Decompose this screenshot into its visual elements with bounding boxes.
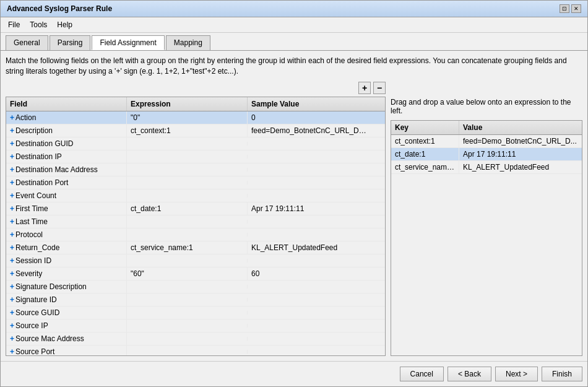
table-row[interactable]: +Action"0"0 [6, 111, 385, 124]
value-cell: KL_ALERT_UpdatedFeed [459, 161, 582, 173]
field-cell: +Last Time [6, 215, 127, 228]
next-button[interactable]: Next > [495, 367, 538, 381]
plus-icon[interactable]: + [10, 230, 14, 239]
field-cell: +First Time [6, 202, 127, 215]
plus-icon[interactable]: + [10, 126, 14, 135]
expression-cell[interactable] [127, 220, 248, 224]
tab-general[interactable]: General [6, 35, 48, 50]
table-row[interactable]: +Signature Description [6, 280, 385, 294]
plus-icon[interactable]: + [10, 295, 14, 304]
tab-field-assignment[interactable]: Field Assignment [92, 35, 164, 50]
table-row[interactable]: +Destination GUID [6, 137, 385, 150]
menu-bar: File Tools Help [1, 17, 587, 33]
plus-icon[interactable]: + [10, 347, 14, 355]
expression-cell[interactable]: ct_context:1 [127, 124, 248, 137]
expression-cell[interactable] [127, 311, 248, 315]
tab-parsing[interactable]: Parsing [50, 35, 91, 50]
menu-help[interactable]: Help [52, 19, 77, 31]
table-row[interactable]: +Return_Codect_service_name:1KL_ALERT_Up… [6, 241, 385, 254]
plus-icon[interactable]: + [10, 217, 14, 226]
plus-icon[interactable]: + [10, 178, 14, 187]
table-row[interactable]: +Session ID [6, 254, 385, 267]
plus-icon[interactable]: + [10, 334, 14, 343]
table-row[interactable]: +Last Time [6, 215, 385, 228]
table-row[interactable]: +Severity"60"60 [6, 267, 385, 280]
table-row[interactable]: +Source Mac Address [6, 333, 385, 346]
right-table-header: Key Value [391, 121, 582, 135]
remove-button[interactable]: − [373, 82, 386, 94]
close-button[interactable]: ✕ [571, 4, 581, 13]
sample-cell [248, 142, 371, 146]
plus-icon[interactable]: + [10, 269, 14, 278]
sample-cell [248, 350, 371, 354]
expression-cell[interactable]: ct_date:1 [127, 202, 248, 215]
table-row[interactable]: +Source GUID [6, 307, 385, 320]
right-table-row[interactable]: ct_service_name:1KL_ALERT_UpdatedFeed [391, 161, 582, 174]
plus-icon[interactable]: + [10, 256, 14, 265]
expression-cell[interactable]: "60" [127, 267, 248, 280]
table-row[interactable]: +Protocol [6, 228, 385, 241]
back-button[interactable]: < Back [447, 367, 491, 381]
plus-icon[interactable]: + [10, 204, 14, 213]
sample-cell [248, 337, 371, 341]
plus-icon[interactable]: + [10, 191, 14, 200]
finish-button[interactable]: Finish [542, 367, 582, 381]
plus-icon[interactable]: + [10, 308, 14, 317]
expression-cell[interactable] [127, 142, 248, 146]
menu-tools[interactable]: Tools [25, 19, 52, 31]
add-button[interactable]: + [358, 82, 371, 94]
expression-cell[interactable] [127, 155, 248, 159]
plus-icon[interactable]: + [10, 165, 14, 174]
plus-icon[interactable]: + [10, 152, 14, 161]
plus-icon[interactable]: + [10, 243, 14, 252]
plus-icon[interactable]: + [10, 113, 14, 122]
title-bar-buttons: ⊡ ✕ [560, 4, 581, 13]
key-cell: ct_date:1 [391, 148, 459, 160]
value-cell: Apr 17 19:11:11 [459, 148, 582, 160]
header-field: Field [6, 97, 127, 111]
tab-mapping[interactable]: Mapping [166, 35, 210, 50]
right-table-row[interactable]: ct_date:1Apr 17 19:11:11 [391, 148, 582, 161]
main-area: + − Field Expression Sample Value +Actio… [6, 82, 582, 356]
field-cell: +Signature ID [6, 294, 127, 306]
table-row[interactable]: +Destination Mac Address [6, 163, 385, 176]
table-row[interactable]: +Source IP [6, 320, 385, 333]
expression-cell[interactable] [127, 233, 248, 237]
plus-icon[interactable]: + [10, 321, 14, 330]
main-window: Advanced Syslog Parser Rule ⊡ ✕ File Too… [0, 0, 588, 387]
table-row[interactable]: +Signature ID [6, 294, 385, 307]
table-row[interactable]: +First Timect_date:1Apr 17 19:11:11 [6, 202, 385, 215]
expression-cell[interactable] [127, 324, 248, 328]
expression-cell[interactable]: ct_service_name:1 [127, 241, 248, 254]
sample-cell [248, 155, 371, 159]
expression-cell[interactable] [127, 168, 248, 172]
table-row[interactable]: +Destination IP [6, 150, 385, 163]
sample-cell: 60 [248, 267, 371, 280]
expression-cell[interactable] [127, 259, 248, 263]
sample-cell [248, 220, 371, 224]
expression-cell[interactable] [127, 298, 248, 302]
right-description: Drag and drop a value below onto an expr… [391, 98, 582, 115]
table-row[interactable]: +Event Count [6, 189, 385, 202]
window-title: Advanced Syslog Parser Rule [7, 4, 112, 13]
field-cell: +Signature Description [6, 280, 127, 293]
expression-cell[interactable]: "0" [127, 111, 248, 124]
expression-cell[interactable] [127, 337, 248, 341]
expression-cell[interactable] [127, 194, 248, 198]
menu-file[interactable]: File [3, 19, 25, 31]
expression-cell[interactable] [127, 181, 248, 185]
plus-icon[interactable]: + [10, 139, 14, 148]
right-table-row[interactable]: ct_context:1feed=Demo_BotnetCnC_URL_D... [391, 135, 582, 148]
cancel-button[interactable]: Cancel [400, 367, 444, 381]
table-row[interactable]: +Destination Port [6, 176, 385, 189]
expression-cell[interactable] [127, 285, 248, 289]
right-panel: Drag and drop a value below onto an expr… [391, 82, 582, 356]
restore-button[interactable]: ⊡ [560, 4, 569, 13]
field-cell: +Source Port [6, 346, 127, 355]
sample-cell [248, 259, 371, 263]
table-row[interactable]: +Descriptionct_context:1feed=Demo_Botnet… [6, 124, 385, 137]
plus-icon[interactable]: + [10, 282, 14, 291]
table-row[interactable]: +Source Port [6, 346, 385, 355]
expression-cell[interactable] [127, 350, 248, 354]
sample-cell [248, 311, 371, 315]
